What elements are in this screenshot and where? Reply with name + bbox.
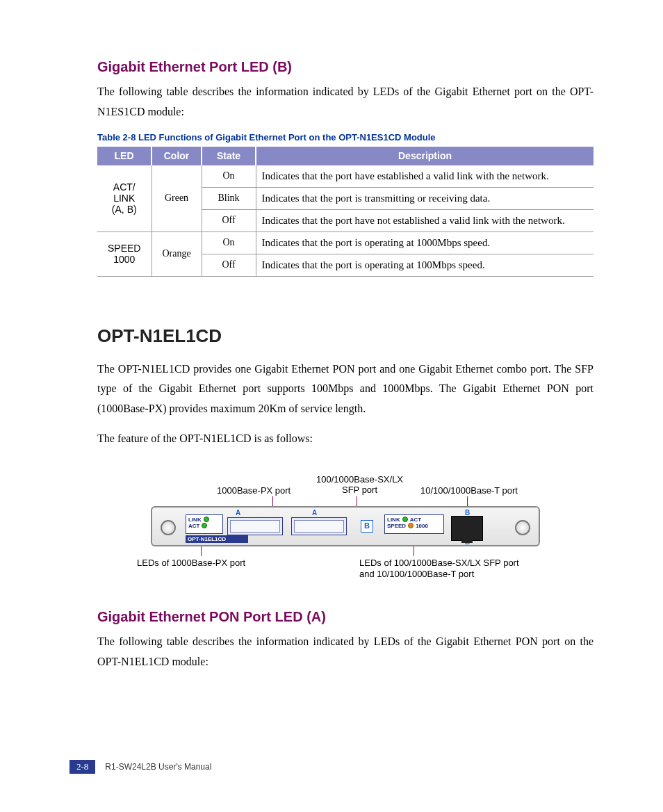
cell-state: Blink [202,187,256,209]
cell-desc: Indicates that the port is operating at … [256,232,594,254]
cell-state: On [202,165,256,187]
letter-a: A [312,509,317,517]
led-label-act: ACT [410,517,421,523]
led-dot-icon [408,523,414,528]
module-name-tag: OPT-N1EL1CD [186,535,248,543]
led-dot-icon [202,523,207,528]
cell-desc: Indicates that the port is operating at … [256,254,594,276]
figure-label-leds-left: LEDs of 1000Base-PX port [137,558,245,568]
cell-state: On [202,232,256,254]
screw-icon [161,520,176,535]
led-label-1000: 1000 [416,523,428,529]
port-sfp [291,517,347,535]
cell-led: SPEED 1000 [97,232,152,276]
paragraph: The following table describes the inform… [97,82,594,122]
letter-a: A [236,509,240,517]
footer-text: R1-SW24L2B User's Manual [105,762,211,772]
screw-icon [515,520,530,535]
cell-desc: Indicates that the port is transmitting … [256,187,594,209]
led-label-link: LINK [188,517,202,523]
cell-color: Orange [152,232,202,276]
figure-label-10-100-1000base-t: 10/100/1000Base-T port [420,485,518,496]
col-state: State [202,147,256,165]
heading-opt-n1el1cd: OPT-N1EL1CD [97,325,594,347]
heading-gige-port-led-b: Gigabit Ethernet Port LED (B) [97,59,594,75]
figure-label-leds-right-2: and 10/100/1000Base-T port [359,569,474,579]
cell-desc: Indicates that the port have established… [256,165,594,187]
cell-state: Off [202,254,256,276]
table-caption: Table 2-8 LED Functions of Gigabit Ether… [97,132,594,143]
figure-label-leds-right-1: LEDs of 100/1000Base-SX/LX SFP port [359,558,519,568]
port-1000base-px [227,517,283,535]
heading-gige-pon-port-led-a: Gigabit Ethernet PON Port LED (A) [97,609,594,625]
paragraph: The OPT-N1EL1CD provides one Gigabit Eth… [97,359,594,419]
page-number: 2-8 [69,760,95,774]
letter-b-box: B [361,520,373,533]
col-color: Color [152,147,202,165]
figure-label-sfp: 100/1000Base-SX/LX SFP port [316,474,403,495]
module-figure: 1000Base-PX port 100/1000Base-SX/LX SFP … [151,470,540,581]
paragraph: The following table describes the inform… [97,632,594,672]
page-footer: 2-8 R1-SW24L2B User's Manual [69,760,211,774]
col-led: LED [97,147,152,165]
cell-state: Off [202,209,256,232]
led-table: LED Color State Description ACT/ LINK (A… [97,147,594,277]
col-desc: Description [256,147,594,165]
led-box-left: LINK ACT [186,514,223,534]
cell-color: Green [152,165,202,232]
module-faceplate: LINK ACT OPT-N1EL1CD A A B LINKACT SPEED… [151,506,540,546]
cell-led: ACT/ LINK (A, B) [97,165,152,232]
leader-line [201,546,202,556]
table-row: SPEED 1000 Orange On Indicates that the … [97,232,594,254]
cell-desc: Indicates that the port have not establi… [256,209,594,232]
led-label-link: LINK [387,517,400,523]
port-rj45 [451,516,483,541]
leader-line [414,546,414,556]
table-row: ACT/ LINK (A, B) Green On Indicates that… [97,165,594,187]
figure-label-1000base-px: 1000Base-PX port [217,485,290,496]
paragraph: The feature of the OPT-N1EL1CD is as fol… [97,429,594,449]
led-dot-icon [204,517,209,522]
table-header-row: LED Color State Description [97,147,594,165]
led-label-act: ACT [188,523,199,529]
led-label-speed: SPEED [387,523,406,529]
led-box-right: LINKACT SPEED1000 [384,514,444,534]
led-dot-icon [402,517,408,522]
